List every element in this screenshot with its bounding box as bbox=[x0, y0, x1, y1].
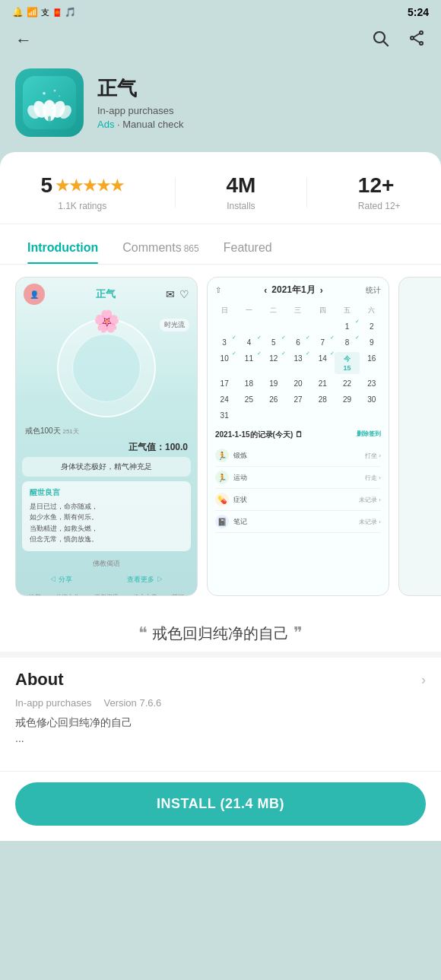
record-icon-3: 💊 bbox=[215, 493, 229, 506]
svg-point-14 bbox=[43, 92, 46, 95]
rating-label: 1.1K ratings bbox=[40, 201, 124, 211]
ss2-record-item-1: 🏃 锻炼 打坐 › bbox=[215, 445, 381, 467]
svg-rect-13 bbox=[48, 116, 51, 125]
notification-icon: 🔔 bbox=[12, 7, 24, 17]
stat-age: 12+ Rated 12+ bbox=[358, 173, 401, 211]
install-bar: INSTALL (21.4 MB) bbox=[0, 771, 441, 841]
app-info: 正气 In-app purchases Ads · Manual check bbox=[97, 75, 426, 130]
ss2-week-6: 31 bbox=[212, 408, 384, 423]
manual-check: Manual check bbox=[122, 119, 183, 130]
tab-comments[interactable]: Comments865 bbox=[110, 230, 211, 264]
screenshot-3: ... bbox=[398, 277, 441, 596]
ss1-circle-area: 时光流 🌸 bbox=[16, 311, 197, 421]
share-button[interactable] bbox=[408, 29, 426, 52]
record-icon-4: 📓 bbox=[215, 515, 229, 528]
svg-point-16 bbox=[59, 95, 60, 97]
nav-actions bbox=[371, 29, 426, 52]
ss1-flower: 🌸 bbox=[94, 309, 120, 334]
ss2-record: 2021-1-15的记录(今天) 🗒 删除签到 🏃 锻炼 打坐 › 🏃 运动 bbox=[208, 423, 389, 539]
search-button[interactable] bbox=[371, 29, 389, 52]
ss2-header: ⇧ ‹ 2021年1月 › 统计 bbox=[208, 278, 389, 303]
stat-divider-1 bbox=[175, 177, 176, 208]
quote-close-mark: ❞ bbox=[293, 623, 303, 642]
record-icon-2: 🏃 bbox=[215, 471, 229, 484]
about-in-app: In-app purchases bbox=[15, 697, 91, 709]
ss2-dow: 日一二三四五六 bbox=[212, 303, 384, 319]
main-card: 5 ★★★★★ 1.1K ratings 4M Installs 12+ Rat… bbox=[0, 152, 441, 771]
extra-icon-1: 🧧 bbox=[52, 8, 62, 17]
install-button[interactable]: INSTALL (21.4 MB) bbox=[15, 782, 426, 826]
about-title: About bbox=[15, 670, 64, 690]
about-ellipsis: ... bbox=[15, 732, 24, 744]
screenshots-container[interactable]: 👤 正气 ✉♡ 时光流 🌸 戒色100天 251天 正气值：100.0 身体状态… bbox=[0, 265, 441, 608]
ss1-quote-title: 醒世良言 bbox=[30, 487, 183, 498]
ss1-actions: ◁ 分享查看更多 ▷ bbox=[16, 572, 197, 588]
stat-installs: 4M Installs bbox=[226, 173, 255, 211]
about-chevron-icon: › bbox=[421, 672, 426, 688]
ss1-nav: 推荐传统文化正气资讯修心文章慧识 bbox=[16, 588, 197, 596]
stat-divider-2 bbox=[306, 177, 307, 208]
app-sub: In-app purchases bbox=[97, 105, 426, 116]
svg-point-15 bbox=[54, 90, 56, 92]
stats-row: 5 ★★★★★ 1.1K ratings 4M Installs 12+ Rat… bbox=[0, 152, 441, 224]
back-button[interactable]: ← bbox=[15, 30, 32, 50]
dot-separator: · bbox=[117, 119, 120, 130]
status-time: 5:24 bbox=[408, 6, 429, 18]
app-ads: Ads · Manual check bbox=[97, 119, 426, 130]
extra-icon-2: 🎵 bbox=[65, 7, 76, 17]
alipay-icon: 支 bbox=[41, 7, 49, 18]
ss2-week-3: 10 11 12 13 14 今15 16 bbox=[212, 350, 384, 376]
ss2-week-1: 1 2 bbox=[212, 319, 384, 335]
ss2-week-2: 3 4 5 6 7 8 9 bbox=[212, 335, 384, 350]
about-header[interactable]: About › bbox=[15, 670, 426, 690]
ss1-days: 戒色100天 251天 bbox=[16, 421, 197, 441]
app-header: 正气 In-app purchases Ads · Manual check bbox=[0, 61, 441, 152]
ss1-circle: 🌸 bbox=[57, 319, 156, 417]
tabs: Introduction Comments865 Featured bbox=[0, 230, 441, 265]
ss2-share-icon: ⇧ bbox=[215, 286, 221, 294]
wifi-icon: 📶 bbox=[27, 7, 38, 17]
screenshot-1: 👤 正气 ✉♡ 时光流 🌸 戒色100天 251天 正气值：100.0 身体状态… bbox=[15, 277, 198, 596]
record-icon-1: 🏃 bbox=[215, 449, 229, 462]
comments-badge: 865 bbox=[184, 243, 199, 254]
ss1-footer-label: 佛教偈语 bbox=[16, 556, 197, 572]
ss2-stats-label: 统计 bbox=[366, 285, 381, 296]
ss2-record-item-3: 💊 症状 未记录 › bbox=[215, 489, 381, 511]
screenshot-2: ⇧ ‹ 2021年1月 › 统计 日一二三四五六 bbox=[207, 277, 389, 596]
about-section: About › In-app purchases Version 7.6.6 戒… bbox=[0, 652, 441, 756]
svg-line-1 bbox=[384, 42, 389, 46]
ss2-week-4: 17 18 19 20 21 22 23 bbox=[212, 376, 384, 392]
tab-featured[interactable]: Featured bbox=[211, 230, 284, 264]
stat-rating: 5 ★★★★★ 1.1K ratings bbox=[40, 173, 124, 211]
ss1-header-icons: ✉♡ bbox=[166, 288, 189, 300]
ss1-avatar: 👤 bbox=[24, 284, 45, 305]
installs-value: 4M bbox=[226, 173, 255, 198]
nav-bar: ← bbox=[0, 23, 441, 61]
installs-label: Installs bbox=[226, 201, 255, 211]
ss2-record-title: 2021-1-15的记录(今天) 🗒 删除签到 bbox=[215, 430, 381, 440]
quote-section: ❝ 戒色回归纯净的自己 ❞ bbox=[0, 608, 441, 652]
status-icons: 🔔 📶 支 🧧 🎵 bbox=[12, 7, 76, 18]
status-bar: 🔔 📶 支 🧧 🎵 5:24 bbox=[0, 0, 441, 23]
ss1-value: 正气值：100.0 bbox=[16, 441, 197, 454]
ss2-record-item-2: 🏃 运动 行走 › bbox=[215, 467, 381, 489]
ss1-quote-text: 是日已过，命亦随减，如少水鱼，斯有何乐。当勤精进，如救头燃，但念无常，慎勿放逸。 bbox=[30, 501, 183, 545]
ss2-record-item-4: 📓 笔记 未记录 › bbox=[215, 511, 381, 533]
tab-introduction[interactable]: Introduction bbox=[15, 230, 110, 264]
stars: ★★★★★ bbox=[56, 176, 124, 195]
age-label: Rated 12+ bbox=[358, 201, 401, 211]
about-version: Version 7.6.6 bbox=[103, 697, 161, 709]
ads-label: Ads bbox=[97, 119, 114, 130]
quote-open-mark: ❝ bbox=[138, 623, 148, 642]
about-meta: In-app purchases Version 7.6.6 bbox=[15, 697, 426, 709]
ss2-week-5: 24 25 26 27 28 29 30 bbox=[212, 392, 384, 408]
svg-line-5 bbox=[414, 33, 420, 37]
svg-line-6 bbox=[414, 39, 420, 43]
about-desc: 戒色修心回归纯净的自己 ... bbox=[15, 715, 426, 747]
ss2-month: ‹ 2021年1月 › bbox=[264, 284, 322, 297]
rating-value: 5 ★★★★★ bbox=[40, 173, 124, 198]
app-icon bbox=[15, 68, 84, 137]
ss2-cal-grid: 日一二三四五六 1 2 3 4 5 6 7 bbox=[208, 303, 389, 423]
ss1-timer: 时光流 bbox=[160, 319, 189, 331]
quote-text: 戒色回归纯净的自己 bbox=[152, 625, 293, 642]
